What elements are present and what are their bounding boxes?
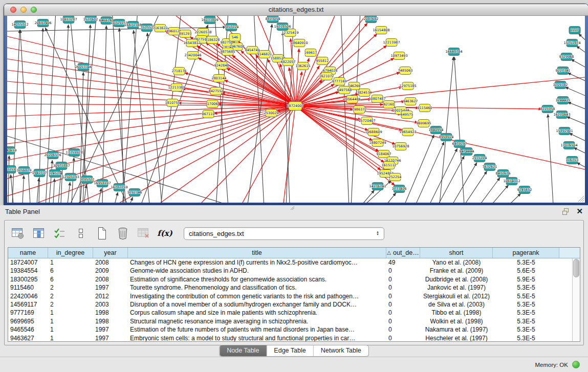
graph-node[interactable]: 10756928: [392, 143, 409, 150]
table-settings-button[interactable]: [11, 226, 25, 240]
graph-node[interactable]: 649575: [401, 111, 413, 119]
graph-node[interactable]: 2803144: [212, 75, 227, 82]
column-header-name[interactable]: name: [8, 248, 48, 258]
graph-node[interactable]: 9329968: [559, 53, 574, 61]
table-scrollbar-thumb[interactable]: [573, 259, 579, 277]
graph-node[interactable]: 8958924: [439, 134, 454, 141]
graph-node[interactable]: 1810755: [165, 99, 180, 107]
new-column-button[interactable]: [95, 226, 109, 240]
graph-node[interactable]: 1840954: [429, 126, 444, 134]
panel-resize-handle[interactable]: [290, 203, 295, 207]
graph-node[interactable]: 17006: [207, 100, 218, 108]
graph-node[interactable]: 891293: [179, 30, 192, 38]
graph-node[interactable]: 20564486: [343, 96, 360, 103]
tab-network-table[interactable]: Network Table: [313, 345, 368, 356]
graph-node[interactable]: 2530029: [264, 110, 279, 117]
graph-node[interactable]: 22260538: [194, 29, 211, 36]
network-window[interactable]: citations_edges.txt 71638228960128891293…: [4, 4, 588, 205]
graph-node[interactable]: 6822057: [281, 58, 296, 66]
graph-node[interactable]: 10654112: [503, 178, 520, 185]
memory-status-indicator[interactable]: [572, 361, 580, 368]
graph-node[interactable]: 9242848: [214, 62, 229, 70]
graph-node[interactable]: 16782759: [111, 184, 127, 191]
graph-node[interactable]: 252254: [389, 173, 402, 181]
graph-node[interactable]: 1209382: [553, 81, 568, 89]
table-row[interactable]: 946554611997Estimation of the future num…: [8, 325, 572, 334]
graph-node[interactable]: 10653287: [60, 16, 77, 24]
canvas-resize-grip[interactable]: [576, 194, 584, 202]
graph-node[interactable]: 7163822: [153, 25, 168, 32]
graph-node[interactable]: 751552: [141, 24, 154, 32]
graph-node[interactable]: 9463627: [403, 98, 418, 105]
graph-node[interactable]: 9777169: [332, 78, 347, 85]
graph-node[interactable]: 9875685: [221, 48, 235, 56]
table-row[interactable]: 1938455462009Genome-wide association stu…: [8, 267, 572, 275]
table-row[interactable]: 946362711997Embryonic stem cells: a mode…: [8, 334, 572, 342]
graph-node[interactable]: 16154808: [373, 27, 389, 34]
table-row[interactable]: 1830029562008Estimation of significance …: [8, 275, 572, 283]
graph-node[interactable]: 1733426: [392, 185, 407, 193]
table-row[interactable]: 969969511998Structural magnetic resonanc…: [8, 317, 572, 325]
table-row[interactable]: 977716911998Corpus callosum shape and si…: [8, 309, 572, 317]
row-selection-button[interactable]: [53, 226, 67, 240]
column-header-title[interactable]: title: [128, 248, 386, 258]
graph-node[interactable]: 15720407: [358, 117, 375, 125]
graph-node[interactable]: 2087682: [364, 16, 379, 23]
graph-node[interactable]: 169617: [304, 49, 317, 57]
table-row[interactable]: 1872400712008Changes of HCN gene express…: [8, 258, 572, 267]
delete-column-button[interactable]: [116, 226, 130, 240]
graph-node[interactable]: 2640659: [7, 147, 16, 155]
select-columns-button[interactable]: [32, 226, 46, 240]
graph-node[interactable]: 1244415: [556, 97, 571, 104]
delete-table-button[interactable]: [137, 226, 151, 240]
column-header-short[interactable]: short: [420, 248, 493, 258]
graph-node[interactable]: 7986372: [352, 106, 367, 114]
graph-node[interactable]: 1292346: [127, 189, 142, 196]
network-window-titlebar[interactable]: citations_edges.txt: [4, 4, 588, 16]
table-row[interactable]: 1456911722003Disruption of a novel membe…: [8, 300, 572, 309]
graph-node[interactable]: 7485063: [398, 67, 413, 75]
graph-node[interactable]: 18640910: [291, 39, 308, 47]
column-header-in_degree[interactable]: in_degree: [48, 248, 93, 258]
graph-node[interactable]: 10688609: [365, 128, 382, 136]
graph-node[interactable]: 9699695: [417, 120, 431, 127]
graph-node[interactable]: 114519: [49, 170, 61, 178]
graph-node[interactable]: 33159: [7, 166, 16, 173]
table-scrollbar[interactable]: [572, 258, 580, 341]
merge-tables-button[interactable]: [74, 226, 88, 240]
network-canvas[interactable]: 7163822896012889129322260538982750516543…: [7, 16, 585, 203]
graph-node[interactable]: 16033809: [201, 16, 218, 24]
tab-edge-table[interactable]: Edge Table: [266, 345, 313, 356]
graph-node[interactable]: 1156829: [17, 167, 32, 174]
graph-node[interactable]: 8813054: [266, 16, 280, 23]
graph-node[interactable]: 62160: [383, 101, 395, 108]
graph-node[interactable]: 3824534: [357, 89, 372, 97]
graph-node[interactable]: 9245652: [517, 186, 532, 194]
graph-node[interactable]: 8186328: [205, 36, 220, 44]
close-panel-button[interactable]: ✕: [576, 207, 583, 215]
graph-node[interactable]: 16648784: [445, 48, 462, 56]
graph-node[interactable]: 12213987: [383, 39, 400, 47]
column-header-out_de[interactable]: △out_de…: [386, 248, 420, 258]
graph-node[interactable]: 546: [229, 34, 241, 41]
graph-node[interactable]: 14136141: [369, 183, 386, 190]
graph-node[interactable]: 6479197: [452, 140, 467, 148]
table-row[interactable]: 911546021997Tourette syndrome. Phenomeno…: [8, 283, 572, 292]
graph-node[interactable]: 9227341: [556, 67, 571, 75]
graph-node[interactable]: 116753: [566, 157, 579, 164]
graph-node[interactable]: 1621072: [319, 73, 334, 80]
graph-hub-node[interactable]: 18724007: [287, 102, 303, 111]
graph-node[interactable]: 955812: [316, 57, 329, 65]
graph-node[interactable]: 14055712: [11, 21, 28, 29]
column-header-year[interactable]: year: [93, 248, 128, 258]
graph-node[interactable]: 1527602: [83, 16, 98, 24]
table-chooser-combobox[interactable]: citations_edges.txt ▲▼: [184, 227, 384, 240]
graph-node[interactable]: 15751874: [563, 39, 580, 47]
graph-node[interactable]: 867110: [202, 111, 215, 118]
graph-node[interactable]: 1795722: [80, 176, 95, 184]
graph-node[interactable]: 9474444: [460, 148, 474, 156]
graph-node[interactable]: 2935114: [472, 155, 487, 162]
graph-node[interactable]: 1942737: [32, 169, 47, 177]
graph-node[interactable]: 1117: [569, 27, 580, 34]
graph-node[interactable]: 1615112: [382, 162, 397, 169]
